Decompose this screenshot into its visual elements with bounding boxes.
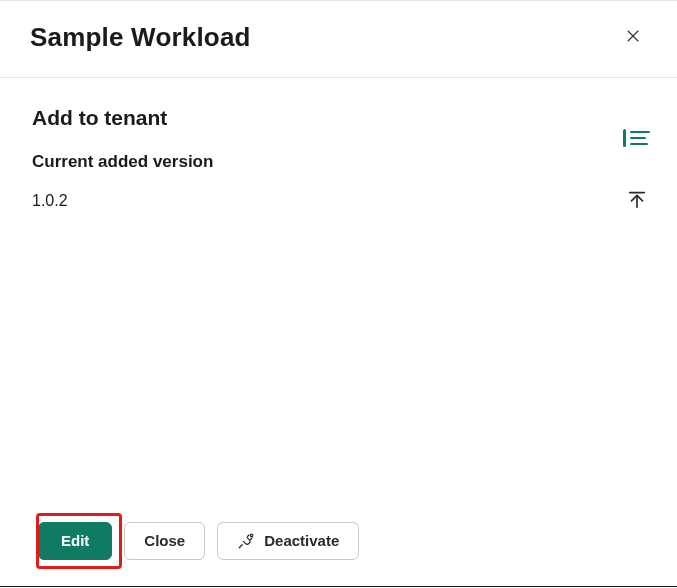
panel: Sample Workload Add to tenant Current ad… — [0, 0, 677, 588]
edit-button[interactable]: Edit — [38, 522, 112, 560]
side-rail — [621, 123, 653, 217]
bottom-border — [0, 586, 677, 587]
close-button-label: Close — [144, 532, 185, 550]
close-icon — [624, 27, 642, 48]
close-button-footer[interactable]: Close — [124, 522, 205, 560]
panel-body: Add to tenant Current added version 1.0.… — [0, 78, 677, 210]
deactivate-button-label: Deactivate — [264, 532, 339, 550]
panel-title: Sample Workload — [30, 22, 251, 53]
deactivate-button[interactable]: Deactivate — [217, 522, 359, 560]
close-button[interactable] — [617, 21, 649, 53]
section-title: Add to tenant — [32, 106, 647, 130]
version-value: 1.0.2 — [32, 192, 647, 210]
edit-button-label: Edit — [61, 532, 89, 550]
list-icon — [621, 126, 653, 153]
version-heading: Current added version — [32, 152, 647, 172]
unplug-icon — [237, 532, 255, 550]
svg-rect-2 — [623, 129, 626, 147]
svg-point-8 — [251, 534, 253, 536]
panel-header: Sample Workload — [0, 1, 677, 78]
list-icon-button[interactable] — [621, 123, 653, 155]
collapse-up-button[interactable] — [621, 185, 653, 217]
panel-footer: Edit Close Deactivate — [38, 522, 359, 560]
arrow-up-to-line-icon — [626, 189, 648, 214]
